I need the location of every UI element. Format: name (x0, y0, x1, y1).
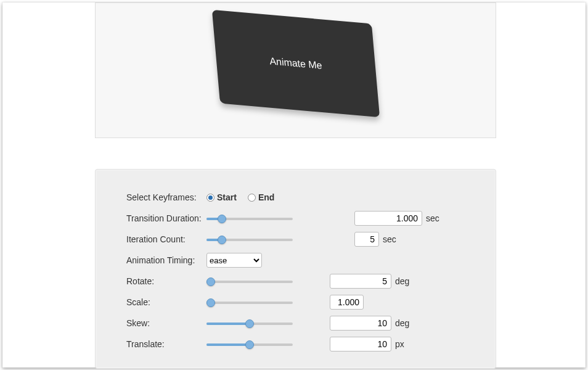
timing-label: Animation Timing: (126, 255, 206, 265)
rotate-input[interactable] (330, 274, 391, 289)
keyframes-row: Select Keyframes: Start End (126, 188, 465, 207)
keyframe-end-label: End (258, 192, 274, 202)
iteration-input[interactable] (354, 232, 379, 247)
keyframes-options: Start End (206, 192, 274, 202)
iteration-row: Iteration Count: sec (126, 230, 465, 249)
duration-input[interactable] (354, 211, 422, 226)
duration-label: Transition Duration: (126, 213, 206, 223)
timing-select[interactable]: ease (206, 253, 262, 268)
translate-row: Translate: px (126, 335, 465, 353)
duration-slider[interactable] (206, 214, 293, 223)
app-window: Animate Me Select Keyframes: Start End (2, 2, 586, 368)
timing-row: Animation Timing: ease (126, 251, 465, 269)
skew-label: Skew: (126, 318, 206, 328)
iteration-slider[interactable] (206, 235, 293, 244)
skew-row: Skew: deg (126, 314, 465, 332)
iteration-unit: sec (383, 234, 396, 244)
keyframe-start-radio[interactable] (206, 194, 214, 202)
translate-input[interactable] (330, 337, 391, 352)
rotate-row: Rotate: deg (126, 272, 465, 290)
controls-panel: Select Keyframes: Start End Transition D… (95, 169, 496, 369)
duration-row: Transition Duration: sec (126, 209, 465, 228)
scale-row: Scale: (126, 293, 465, 311)
duration-unit: sec (426, 213, 439, 223)
keyframe-start-label: Start (217, 192, 237, 202)
skew-slider[interactable] (206, 319, 293, 327)
preview-box-text: Animate Me (269, 56, 322, 72)
keyframes-label: Select Keyframes: (126, 192, 206, 202)
iteration-label: Iteration Count: (126, 234, 206, 244)
keyframe-end-option[interactable]: End (248, 192, 274, 202)
animate-preview-box: Animate Me (211, 10, 379, 117)
translate-unit: px (395, 339, 404, 349)
keyframe-start-option[interactable]: Start (206, 192, 237, 202)
scale-slider[interactable] (206, 298, 293, 306)
rotate-unit: deg (395, 276, 409, 286)
preview-panel: Animate Me (95, 2, 496, 138)
translate-slider[interactable] (206, 340, 293, 348)
skew-unit: deg (395, 318, 409, 328)
rotate-slider[interactable] (206, 277, 293, 286)
scale-label: Scale: (126, 297, 206, 307)
rotate-label: Rotate: (126, 276, 206, 286)
keyframe-end-radio[interactable] (248, 194, 256, 202)
translate-label: Translate: (126, 339, 206, 349)
skew-input[interactable] (330, 316, 391, 331)
scale-input[interactable] (330, 295, 364, 310)
